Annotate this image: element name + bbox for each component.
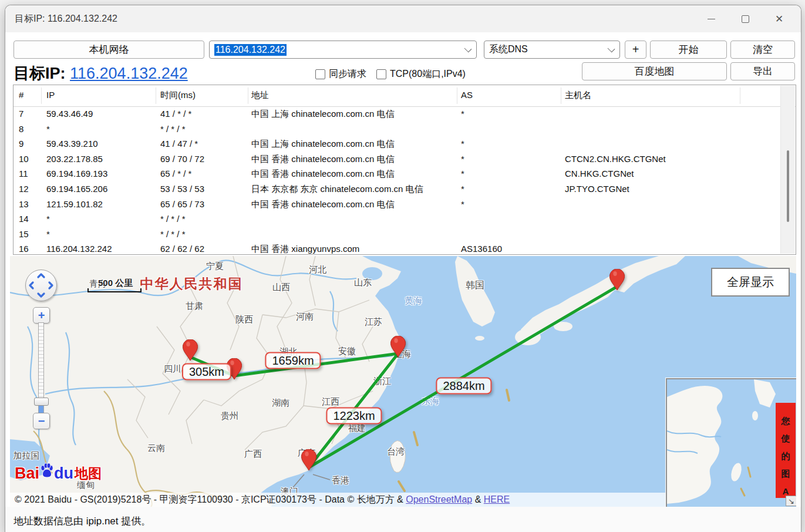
marker-tokyo[interactable] [609,269,625,292]
table-cell: 203.22.178.85 [46,154,103,164]
baidu-map-button[interactable]: 百度地图 [582,62,727,80]
column-separator [561,87,561,104]
baidu-maps-logo: Bai du 地图 [15,463,102,484]
table-cell: AS136160 [461,244,502,254]
zoom-out-button[interactable]: − [33,413,50,429]
minimize-button[interactable] [698,10,725,28]
table-row[interactable]: 759.43.46.4941 / * / *中国 上海 chinatelecom… [14,106,780,122]
overview-inset-map[interactable]: 您使的图A ↘ [666,378,796,507]
trace-table[interactable]: #IP时间(ms)地址AS主机名 759.43.46.4941 / * / *中… [13,85,796,255]
map-label: 山西 [272,282,290,293]
table-row[interactable]: 1269.194.165.20653 / 53 / 53日本 东京都 东京 ch… [14,181,780,197]
pan-control[interactable] [25,270,57,301]
table-row[interactable]: 8** / * / * [14,122,780,137]
table-cell: 65 / 65 / 73 [160,199,204,209]
map-label: 贵州 [221,410,238,422]
table-cell: 中国 香港 chinatelecom.com.cn 电信 [251,169,394,180]
table-row[interactable]: 14** / * / * [14,211,780,227]
tcp-label: TCP(80端口,IPv4) [390,68,466,80]
table-cell: 日本 东京都 东京 chinatelecom.com.cn 电信 [251,184,423,195]
export-button[interactable]: 导出 [730,62,795,80]
table-scrollbar[interactable] [780,86,795,254]
copyright-separator: & [472,494,484,504]
table-cell: 中国 香港 chinatelecom.com.cn 电信 [251,199,394,210]
dns-combobox[interactable]: 系统DNS [484,41,620,59]
table-cell: 中国 香港 chinatelecom.com.cn 电信 [251,154,394,165]
table-row[interactable]: 959.43.39.21041 / 47 / *中国 上海 chinatelec… [14,136,780,151]
target-ip-heading: 目标IP: 116.204.132.242 [14,63,188,84]
map-label: 浙江 [373,376,391,387]
openstreetmap-link[interactable]: OpenStreetMap [406,494,472,504]
table-cell: JP.TYO.CTGNet [565,184,629,194]
column-header[interactable]: IP [46,90,55,100]
inset-notice-char: A [783,486,789,496]
table-cell: 12 [19,184,29,194]
column-header[interactable]: # [19,90,23,100]
checkbox-icon[interactable] [376,69,386,79]
column-header[interactable]: 主机名 [565,90,591,101]
map-label: 宁夏 [206,261,224,272]
distance-label: 1659km [265,352,321,369]
map-label: 安徽 [338,346,356,357]
table-cell: 9 [19,139,23,149]
map-label: 山东 [354,277,372,288]
table-row[interactable]: 15** / * / * [14,227,780,242]
minimize-icon [708,19,715,19]
map-label: 加拉国 [14,450,40,462]
target-ip-combobox[interactable]: 116.204.132.242 [209,41,477,59]
statusbar-text: 地址数据信息由 ipip.net 提供。 [14,514,151,528]
map-pin-icon [183,339,198,361]
table-row[interactable]: 10203.22.178.8569 / 70 / 72中国 香港 chinate… [14,151,780,167]
inset-collapse-button[interactable]: ↘ [786,496,796,506]
chevron-down-icon[interactable] [608,45,615,53]
sync-request-checkbox[interactable]: 同步请求 [315,68,366,80]
tcp-checkbox[interactable]: TCP(80端口,IPv4) [376,68,466,80]
chevron-down-icon[interactable] [464,45,472,53]
table-cell: 13 [19,199,29,209]
table-cell: 10 [19,154,29,164]
map-label: 陕西 [235,314,253,325]
column-header[interactable]: 时间(ms) [160,90,196,101]
local-network-button[interactable]: 本机网络 [14,41,204,59]
distance-label: 2884km [436,378,491,395]
clear-button[interactable]: 清空 [730,41,795,59]
table-cell: * [46,214,50,224]
table-cell: 116.204.132.242 [46,244,112,254]
map-label: 河北 [309,264,326,275]
zoom-in-button[interactable]: + [33,307,50,324]
marker-shanghai[interactable] [390,336,406,359]
scrollbar-thumb[interactable] [787,150,789,222]
map-label: 韩国 [466,280,484,292]
table-row[interactable]: 16116.204.132.24262 / 62 / 62中国 香港 xiang… [14,241,780,255]
map-label: 河南 [296,311,314,322]
map-label: 东海 [422,396,439,407]
map-label: 湖南 [272,398,289,409]
checkbox-icon[interactable] [315,69,325,79]
table-cell: 11 [19,169,28,179]
maximize-button[interactable] [732,10,759,28]
table-cell: 14 [19,214,29,224]
close-button[interactable]: ✕ [766,10,793,28]
table-row[interactable]: 13121.59.101.8265 / 65 / 73中国 香港 chinate… [14,197,780,212]
table-row[interactable]: 1169.194.169.19365 / * / *中国 香港 chinatel… [14,166,780,181]
fullscreen-button[interactable]: 全屏显示 [711,268,790,297]
table-cell: 7 [19,109,23,119]
table-cell: * [461,199,464,209]
marker-chengdu[interactable] [183,339,198,363]
zoom-slider-thumb[interactable] [34,398,49,406]
marker-hongkong[interactable] [301,449,316,473]
statusbar: 地址数据信息由 ipip.net 提供。 [5,507,801,532]
map-label: 江西 [322,396,339,408]
baidu-map[interactable]: 宁夏青海甘肃陕西山西河北山东河南江苏安徽湖北上海浙江湖南江西贵州四川云南广西广东… [10,256,796,507]
table-cell: 41 / * / * [160,109,191,119]
baidu-paw-icon [39,463,55,479]
map-label: 江苏 [365,316,382,328]
target-ip-value: 116.204.132.242 [214,44,287,56]
column-header[interactable]: 地址 [251,90,269,101]
add-target-button[interactable]: + [625,41,646,59]
here-link[interactable]: HERE [484,494,510,504]
start-button[interactable]: 开始 [650,41,727,59]
titlebar[interactable]: 目标IP: 116.204.132.242 ✕ [5,5,801,32]
target-ip-link[interactable]: 116.204.132.242 [70,65,188,82]
column-header[interactable]: AS [461,90,473,100]
